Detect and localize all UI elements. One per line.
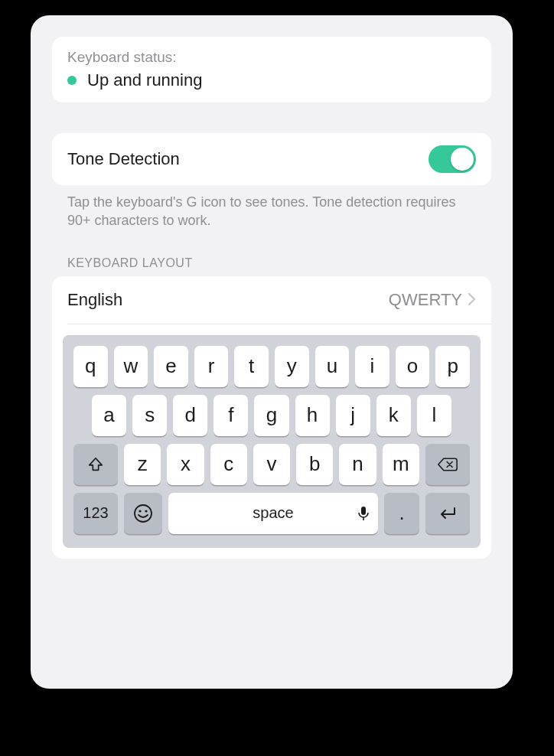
divider <box>67 324 491 324</box>
key-h[interactable]: h <box>295 395 330 436</box>
status-card: Keyboard status: Up and running <box>52 37 491 103</box>
return-key[interactable] <box>425 493 470 534</box>
key-s[interactable]: s <box>132 395 167 436</box>
svg-point-0 <box>135 505 152 522</box>
key-l[interactable]: l <box>417 395 451 436</box>
shift-key[interactable] <box>73 444 118 485</box>
keyboard-layout-header: KEYBOARD LAYOUT <box>52 230 491 276</box>
svg-point-1 <box>138 510 141 512</box>
tone-detection-toggle[interactable] <box>429 145 476 173</box>
backspace-icon <box>438 457 458 472</box>
period-key[interactable]: . <box>384 493 419 534</box>
key-t[interactable]: t <box>234 346 269 387</box>
key-a[interactable]: a <box>92 395 126 436</box>
key-g[interactable]: g <box>254 395 288 436</box>
shift-icon <box>87 456 104 473</box>
key-j[interactable]: j <box>336 395 370 436</box>
svg-rect-3 <box>361 507 366 515</box>
settings-panel: Keyboard status: Up and running Tone Det… <box>31 15 513 689</box>
tone-detection-title: Tone Detection <box>67 149 180 169</box>
key-o[interactable]: o <box>396 346 430 387</box>
numbers-key[interactable]: 123 <box>73 493 118 534</box>
key-m[interactable]: m <box>383 444 419 485</box>
keyboard-row-2: a s d f g h j k l <box>73 395 470 436</box>
key-q[interactable]: q <box>73 346 108 387</box>
keyboard-row-4: 123 space . <box>73 493 470 534</box>
key-b[interactable]: b <box>296 444 333 485</box>
status-row: Up and running <box>67 70 476 90</box>
emoji-icon <box>133 503 153 523</box>
key-y[interactable]: y <box>275 346 309 387</box>
toggle-knob <box>451 148 474 171</box>
keyboard-row-1: q w e r t y u i o p <box>73 346 470 387</box>
key-z[interactable]: z <box>124 444 161 485</box>
emoji-key[interactable] <box>124 493 162 534</box>
key-x[interactable]: x <box>167 444 204 485</box>
mic-icon <box>358 506 369 521</box>
status-label: Keyboard status: <box>67 49 476 66</box>
key-r[interactable]: r <box>194 346 229 387</box>
layout-value: QWERTY <box>389 290 462 310</box>
layout-language: English <box>67 290 122 310</box>
key-k[interactable]: k <box>376 395 411 436</box>
key-f[interactable]: f <box>213 395 248 436</box>
space-key[interactable]: space <box>168 493 378 534</box>
key-i[interactable]: i <box>355 346 389 387</box>
key-d[interactable]: d <box>173 395 207 436</box>
key-u[interactable]: u <box>315 346 350 387</box>
key-c[interactable]: c <box>210 444 247 485</box>
key-w[interactable]: w <box>114 346 148 387</box>
return-icon <box>438 506 458 521</box>
key-v[interactable]: v <box>253 444 290 485</box>
backspace-key[interactable] <box>425 444 470 485</box>
svg-point-2 <box>145 510 147 512</box>
layout-card: English QWERTY q w e r t y u i o p <box>52 276 491 559</box>
chevron-right-icon <box>468 292 476 308</box>
layout-language-row[interactable]: English QWERTY <box>52 276 491 324</box>
status-text: Up and running <box>87 70 202 90</box>
key-p[interactable]: p <box>435 346 470 387</box>
tone-detection-section: Tone Detection Tap the keyboard's G icon… <box>52 133 491 230</box>
key-e[interactable]: e <box>154 346 188 387</box>
keyboard-preview: q w e r t y u i o p a s d f g h j k l <box>63 335 481 548</box>
tone-detection-row: Tone Detection <box>52 133 491 185</box>
status-dot-icon <box>67 76 77 85</box>
key-n[interactable]: n <box>339 444 376 485</box>
space-label: space <box>253 504 293 522</box>
keyboard-row-3: z x c v b n m <box>73 444 470 485</box>
layout-value-wrap: QWERTY <box>389 290 476 310</box>
tone-detection-caption: Tap the keyboard's G icon to see tones. … <box>52 185 491 230</box>
